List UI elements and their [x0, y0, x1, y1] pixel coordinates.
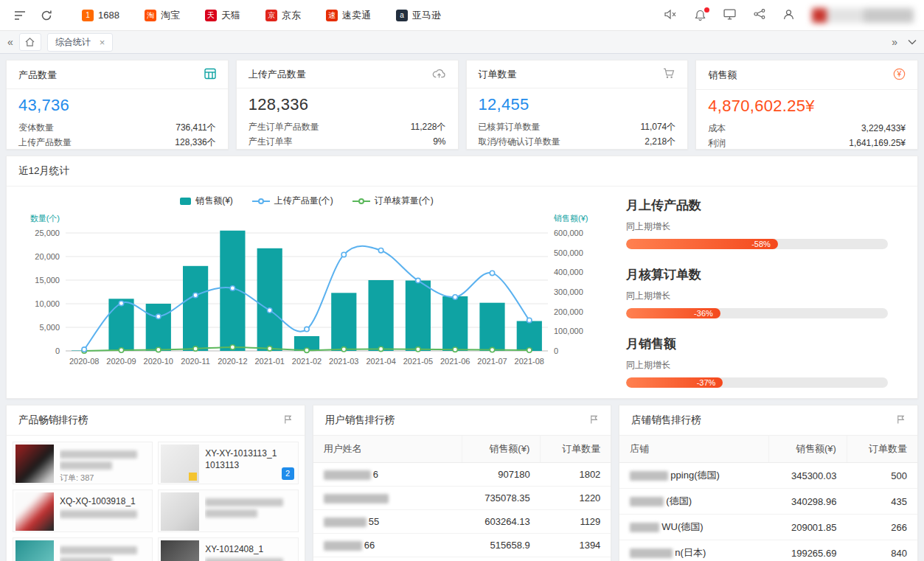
table-row[interactable]: 66 515658.9 1394: [313, 534, 611, 557]
home-tab-button[interactable]: [19, 33, 41, 51]
marketplace-tab-速卖通[interactable]: 速速卖通: [313, 0, 383, 31]
marketplace-tab-天猫[interactable]: 天天猫: [192, 0, 253, 31]
svg-text:10,000: 10,000: [35, 299, 60, 308]
grid-icon: [204, 68, 216, 82]
product-image: [161, 540, 199, 561]
user-account-redacted[interactable]: [812, 8, 914, 23]
product-card[interactable]: XY-1012408_1: [158, 537, 298, 561]
redacted-name: [324, 541, 362, 551]
svg-text:2021-05: 2021-05: [403, 357, 433, 366]
stat-card-title: 上传产品数量: [249, 68, 306, 81]
table-row[interactable]: n(日本) 199265.69 840: [619, 540, 917, 561]
svg-text:400,000: 400,000: [554, 268, 583, 276]
stat-main-value: 128,336: [249, 95, 446, 114]
collapse-tabs-icon[interactable]: «: [7, 36, 13, 48]
share-nodes-icon[interactable]: [754, 9, 765, 21]
sales-value: 735078.35: [462, 487, 541, 510]
product-sku: XY-XY-1013113_1: [205, 447, 295, 459]
stat-card-4: 销售额 ¥ 4,870,602.25¥成本3,229,433¥利润1,641,1…: [695, 60, 918, 150]
stat-sub-label: 取消/待确认订单数量: [479, 134, 560, 149]
menu-icon[interactable]: [10, 6, 29, 25]
tab-summary-statistics[interactable]: 综合统计 ×: [47, 33, 114, 52]
table-row[interactable]: pping(德国) 345300.03 500: [619, 463, 917, 489]
product-image: [161, 492, 199, 531]
marketplace-tab-京东[interactable]: 京京东: [253, 0, 313, 31]
growth-progress-track: -58%: [626, 239, 888, 249]
marketplace-tmall-icon: 天: [205, 10, 217, 21]
tab-close-icon[interactable]: ×: [100, 37, 105, 48]
stat-sub-label: 已核算订单数量: [479, 119, 541, 134]
table-row[interactable]: 735078.35 1220: [313, 487, 611, 510]
cloud-upload-icon: [432, 68, 446, 81]
panel-title: 产品畅销排行榜: [18, 414, 88, 427]
redacted-name: [324, 494, 389, 503]
growth-subtitle: 同上期增长: [626, 359, 888, 372]
product-card[interactable]: XY-XY-1013113_110131132: [158, 442, 298, 484]
flag-icon[interactable]: [283, 414, 293, 427]
stat-sub-label: 利润: [708, 136, 726, 150]
growth-progress-fill: -36%: [626, 308, 720, 318]
svg-text:20,000: 20,000: [35, 252, 60, 261]
name-visible-suffix: (德国): [666, 495, 692, 506]
product-order-count: 订单: 387: [60, 473, 150, 481]
redacted-text: [205, 509, 257, 518]
redacted-name: [630, 497, 664, 506]
orders-value: 1802: [541, 463, 611, 487]
product-card[interactable]: XQ-XQ-1003918_1: [13, 489, 153, 532]
notification-bell-icon[interactable]: [695, 10, 706, 21]
name-visible-suffix: n(日本): [675, 547, 706, 558]
redacted-name: [630, 548, 673, 558]
legend-item[interactable]: 销售额(¥): [180, 195, 233, 207]
legend-item[interactable]: 订单核算量(个): [352, 195, 434, 207]
product-card[interactable]: [158, 489, 298, 532]
stat-card-title: 销售额: [708, 69, 737, 82]
mute-icon[interactable]: [664, 9, 677, 22]
flag-icon[interactable]: [589, 414, 599, 427]
table-row[interactable]: 55 603264.13 1129: [313, 510, 611, 534]
table-row[interactable]: WU(德国) 209001.85 266: [619, 515, 917, 540]
refresh-icon[interactable]: [37, 6, 56, 25]
legend-label: 销售额(¥): [195, 195, 233, 207]
tab-menu-chevron-icon[interactable]: [908, 39, 917, 45]
ranking-panels-row: 产品畅销排行榜 订单: 387XY-XY-1013113_110131132XQ…: [6, 405, 918, 561]
marketplace-tab-淘宝[interactable]: 淘淘宝: [132, 0, 192, 31]
product-card[interactable]: [13, 537, 153, 561]
name-visible-suffix: pping(德国): [670, 470, 719, 481]
growth-subtitle: 同上期增长: [626, 220, 888, 233]
marketplace-label: 淘宝: [161, 9, 180, 22]
marketplace-tab-1688[interactable]: 11688: [69, 0, 132, 31]
trend-chart[interactable]: 销售额(¥)上传产品量(个)订单核算量(个) 05,00010,00015,00…: [13, 189, 601, 405]
monitor-icon[interactable]: [723, 9, 736, 22]
user-icon[interactable]: [783, 9, 794, 22]
expand-tabs-icon[interactable]: »: [892, 36, 897, 48]
legend-item[interactable]: 上传产品量(个): [252, 195, 333, 207]
svg-text:100,000: 100,000: [554, 327, 583, 335]
sales-value: 345300.03: [768, 463, 847, 489]
marketplace-taobao-icon: 淘: [145, 10, 156, 21]
bestseller-panel: 产品畅销排行榜 订单: 387XY-XY-1013113_110131132XQ…: [6, 405, 305, 561]
growth-subtitle: 同上期增长: [626, 290, 888, 302]
stat-sub-value: 128,336个: [175, 135, 215, 150]
product-card[interactable]: 订单: 387: [13, 442, 153, 484]
redacted-text: [60, 450, 137, 459]
table-row[interactable]: 6 907180 1802: [313, 463, 611, 487]
growth-item-2: 月核算订单数 同上期增长 -36%: [626, 266, 888, 318]
flag-icon[interactable]: [896, 414, 906, 427]
home-icon: [25, 38, 35, 46]
redacted-name: [324, 518, 367, 527]
stat-sub-label: 上传产品数量: [18, 135, 72, 150]
legend-line-marker: [352, 201, 370, 202]
panel-title: 用户销售排行榜: [325, 414, 395, 427]
product-image: [161, 445, 199, 483]
table-row[interactable]: (德国) 340298.96 435: [619, 489, 917, 515]
color-swatch: [189, 473, 197, 481]
product-sku: XQ-XQ-1003918_1: [60, 495, 150, 507]
column-header: 销售额(¥): [462, 436, 541, 463]
browser-toolbar: 11688淘淘宝天天猫京京东速速卖通a亚马逊: [0, 0, 924, 31]
growth-progress-track: -37%: [626, 377, 888, 388]
sales-value: 907180: [462, 463, 541, 487]
svg-text:5,000: 5,000: [39, 323, 60, 332]
stat-main-value: 43,736: [18, 96, 216, 115]
marketplace-tab-亚马逊[interactable]: a亚马逊: [383, 0, 454, 31]
column-header: 订单数量: [847, 436, 917, 463]
